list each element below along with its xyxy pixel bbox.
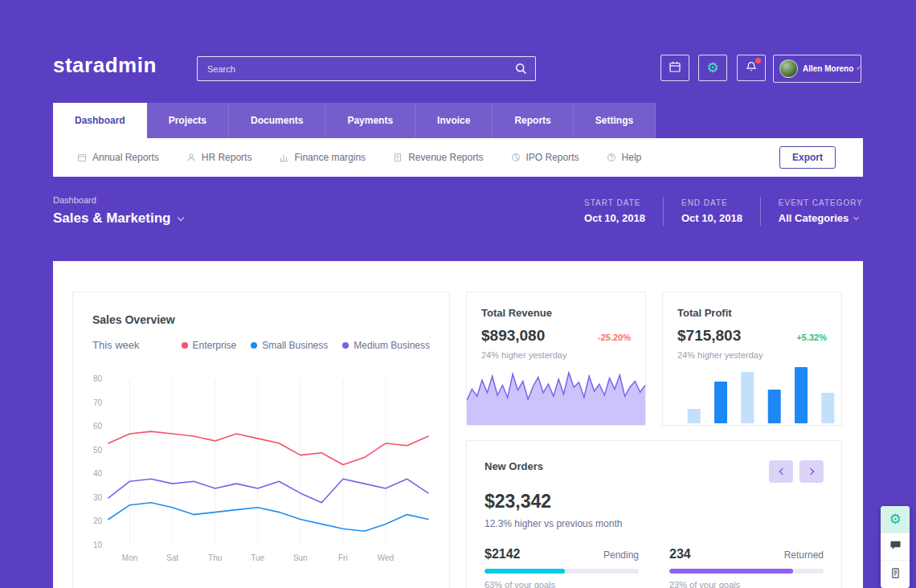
search-icon[interactable] [514,62,528,79]
pending-label: Pending [603,549,639,561]
subnav-label: Finance margins [294,152,366,163]
chat-button[interactable] [881,533,910,561]
total-revenue-card: Total Revenue $893,080 -25.20% 24% highe… [466,292,646,426]
next-button[interactable] [799,460,824,483]
theme-settings-button[interactable]: ⚙ [881,506,910,533]
document-icon [889,567,902,582]
svg-text:70: 70 [93,398,103,407]
end-date-value[interactable]: Oct 10, 2018 [681,212,742,224]
legend-small-business: Small Business [251,340,328,351]
tab-reports[interactable]: Reports [493,103,573,138]
export-button[interactable]: Export [779,146,836,169]
search-bar[interactable] [197,56,536,81]
pending-caption: 63% of your goals [485,580,639,588]
dashboard-screen: staradmin ⚙ Allen Moreno Dashboard Proje… [0,0,916,588]
avatar [779,59,798,78]
profit-value: $715,803 [677,327,741,345]
svg-text:Tue: Tue [251,553,264,562]
svg-text:50: 50 [93,446,103,455]
tab-payments[interactable]: Payments [325,103,415,138]
filter-bar: START DATE Oct 10, 2018 END DATE Oct 10,… [566,197,863,226]
returned-label: Returned [784,549,824,561]
svg-text:80: 80 [93,374,103,383]
calendar-icon [669,60,681,76]
svg-text:40: 40 [93,469,103,478]
user-menu[interactable]: Allen Moreno [773,55,861,83]
svg-text:Sat: Sat [166,553,178,562]
revenue-subtitle: 24% higher yesterday [481,350,631,360]
filter-start-date: START DATE Oct 10, 2018 [566,197,663,226]
calendar-icon [77,153,87,162]
tab-documents[interactable]: Documents [229,103,325,138]
tab-dashboard[interactable]: Dashboard [53,103,147,138]
content-panel: Sales Overview This week Enterprise Smal… [53,261,863,588]
chevron-down-icon [178,214,184,221]
category-dropdown[interactable]: All Categories [779,212,863,224]
tab-projects[interactable]: Projects [147,103,229,138]
svg-text:20: 20 [93,517,103,525]
notifications-button[interactable] [737,55,766,81]
filter-label: END DATE [681,198,742,207]
legend-dot [342,342,349,349]
orders-subtitle: 12.3% higher vs previous month [485,518,824,529]
revenue-value: $893,080 [481,327,545,345]
period-label: This week [92,339,140,351]
svg-text:Fri: Fri [338,553,348,562]
legend-medium-business: Medium Business [342,340,430,351]
svg-text:Wed: Wed [378,553,394,562]
new-orders-card: New Orders $23,342 12.3% higher vs previ… [466,440,842,588]
prev-button[interactable] [769,460,793,483]
document-icon [393,153,403,162]
orders-value: $23,342 [485,491,824,512]
brand-logo: staradmin [53,53,157,78]
page-header: Dashboard Sales & Marketing START DATE O… [53,195,863,227]
total-profit-card: Total Profit $715,803 +5.32% 24% higher … [662,292,842,426]
card-title: Sales Overview [92,313,430,326]
quick-actions-rail: ⚙ [881,506,910,588]
svg-text:Sun: Sun [293,553,308,562]
main-nav: Dashboard Projects Documents Payments In… [53,103,656,138]
profit-bar-chart [681,359,841,423]
subnav-hr-reports[interactable]: HR Reports [186,152,252,163]
settings-button[interactable]: ⚙ [698,55,727,81]
svg-text:Mon: Mon [122,553,137,562]
filter-end-date: END DATE Oct 10, 2018 [663,197,760,226]
subnav-annual-reports[interactable]: Annual Reports [77,152,159,163]
user-name: Allen Moreno [803,64,853,73]
legend-enterprise: Enterprise [182,340,237,351]
docs-button[interactable] [881,561,910,588]
subnav-ipo-reports[interactable]: IPO Reports [511,152,579,163]
filter-label: EVENT CATEGORY [779,198,863,207]
tab-invoice[interactable]: Invoice [415,103,493,138]
gear-icon: ⚙ [889,512,901,526]
filter-event-category: EVENT CATEGORY All Categories [760,197,863,226]
chart-legend: Enterprise Small Business Medium Busines… [182,340,430,351]
svg-text:30: 30 [93,493,103,502]
calendar-button[interactable] [660,55,689,81]
pending-progress-fill [485,569,565,574]
breadcrumb: Dashboard [53,195,183,205]
subnav-revenue-reports[interactable]: Revenue Reports [393,152,483,163]
subnav-help[interactable]: Help [607,152,642,163]
returned-progress-track [669,569,824,574]
metric-pending: $2142 Pending 63% of your goals [485,547,639,588]
subnav-label: HR Reports [202,152,252,163]
legend-dot [251,342,257,349]
pie-chart-icon [511,153,521,162]
chevron-down-icon [857,66,861,69]
returned-progress-fill [669,569,793,574]
subnav-finance-margins[interactable]: Finance margins [279,152,366,163]
page-title-dropdown[interactable]: Sales & Marketing [53,210,183,227]
subnav-label: Annual Reports [92,152,159,163]
bar-chart-icon [279,153,288,162]
chevron-right-icon [807,468,813,475]
returned-value: 234 [669,547,691,561]
sales-overview-card: Sales Overview This week Enterprise Smal… [72,292,450,588]
tab-settings[interactable]: Settings [574,103,656,138]
search-input[interactable] [198,57,535,80]
start-date-value[interactable]: Oct 10, 2018 [584,212,645,224]
sales-line-chart: MonSatThuTueSunFriWed8070605040302010 [81,370,438,566]
user-icon [186,153,196,162]
gear-icon: ⚙ [706,61,718,75]
bell-icon [745,60,758,76]
